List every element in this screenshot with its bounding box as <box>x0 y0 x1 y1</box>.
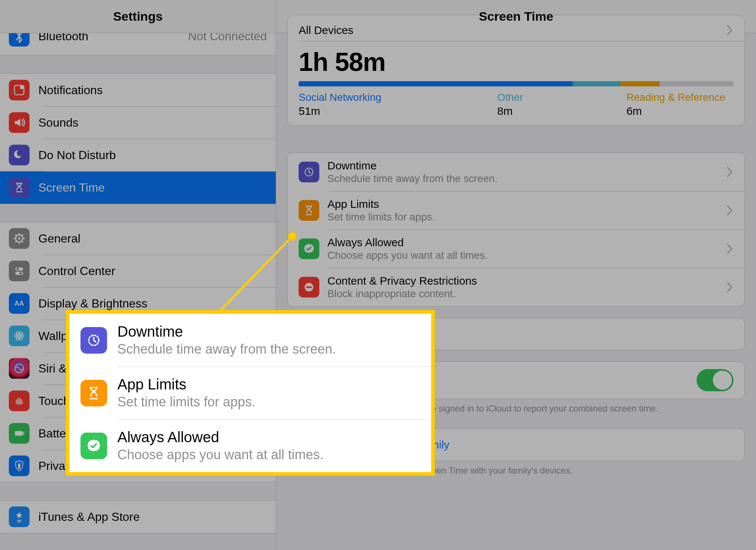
sidebar-label: Display & Brightness <box>38 297 267 310</box>
svg-line-9 <box>22 241 23 242</box>
svg-line-10 <box>15 241 16 242</box>
sidebar-item-notifications[interactable]: Notifications <box>0 74 276 106</box>
svg-rect-24 <box>18 464 20 469</box>
svg-point-13 <box>17 268 19 270</box>
callout-row: DowntimeSchedule time away from the scre… <box>69 314 431 367</box>
svg-point-1 <box>20 85 24 89</box>
dnd-icon <box>9 145 30 165</box>
callout-anchor-dot <box>288 232 297 241</box>
callout-desc: Choose apps you want at all times. <box>117 447 323 463</box>
usage-seg <box>573 81 621 86</box>
option-content[interactable]: Content & Privacy RestrictionsBlock inap… <box>288 268 745 306</box>
usage-cat-value: 6m <box>626 105 733 117</box>
option-title: Always Allowed <box>327 236 726 249</box>
sidebar-label: Bluetooth <box>38 33 184 43</box>
callout-popup: DowntimeSchedule time away from the scre… <box>66 310 435 476</box>
notifications-icon <box>9 80 30 100</box>
downtime-icon <box>80 327 107 354</box>
svg-rect-29 <box>306 286 312 288</box>
option-desc: Set time limits for apps. <box>327 211 726 223</box>
controlcenter-icon <box>9 261 30 281</box>
svg-rect-23 <box>23 432 24 434</box>
battery-icon <box>9 423 30 444</box>
sidebar-header: Settings <box>0 0 276 33</box>
svg-rect-22 <box>15 431 23 436</box>
svg-text:AA: AA <box>14 300 24 307</box>
bluetooth-icon <box>9 33 30 47</box>
check-seal-icon <box>299 238 319 259</box>
sidebar-item-dnd[interactable]: Do Not Disturb <box>0 139 276 171</box>
sidebar-label: Sounds <box>38 116 267 130</box>
sidebar-label: Control Center <box>38 264 267 278</box>
option-desc: Block inappropriate content. <box>327 288 726 300</box>
hourglass-icon <box>80 380 107 406</box>
svg-point-17 <box>18 335 20 337</box>
option-title: Content & Privacy Restrictions <box>327 275 726 287</box>
usage-bar <box>299 81 733 86</box>
total-time: 1h 58m <box>288 41 745 81</box>
sidebar-item-itunes[interactable]: iTunes & App Store <box>0 501 276 533</box>
touchid-icon <box>9 391 30 411</box>
usage-cat-name: Reading & Reference <box>626 92 733 103</box>
sidebar-item-general[interactable]: General <box>0 222 276 255</box>
callout-title: Always Allowed <box>117 429 323 446</box>
callout-row: Always AllowedChoose apps you want at al… <box>69 419 431 472</box>
devices-label: All Devices <box>299 24 353 37</box>
detail-title: Screen Time <box>479 9 553 24</box>
option-downtime[interactable]: DowntimeSchedule time away from the scre… <box>288 153 745 191</box>
sidebar-label: Do Not Disturb <box>38 148 267 162</box>
sidebar-label: Screen Time <box>38 181 267 195</box>
itunes-icon <box>9 506 30 527</box>
share-toggle[interactable] <box>697 369 733 391</box>
sounds-icon <box>9 112 30 133</box>
privacy-icon <box>9 456 30 476</box>
general-icon <box>9 228 30 249</box>
usage-cat-name: Other <box>497 92 626 103</box>
usage-card[interactable]: All Devices 1h 58m Social Networking51mO… <box>287 15 745 126</box>
chevron-right-icon <box>726 205 733 216</box>
option-desc: Schedule time away from the screen. <box>327 173 726 185</box>
svg-point-3 <box>18 237 20 240</box>
usage-seg <box>299 81 573 86</box>
option-title: App Limits <box>327 198 726 210</box>
sidebar-label: iTunes & App Store <box>38 510 267 524</box>
usage-legend: Social Networking51mOther8mReading & Ref… <box>288 92 745 126</box>
svg-line-11 <box>22 234 23 236</box>
sidebar-label: Notifications <box>38 83 267 97</box>
sidebar-item-screentime[interactable]: Screen Time <box>0 171 276 204</box>
chevron-right-icon <box>726 166 733 178</box>
sidebar-item-bluetooth[interactable]: Bluetooth Not Connected <box>0 33 276 55</box>
usage-cat-value: 8m <box>497 105 626 117</box>
callout-title: Downtime <box>117 323 336 340</box>
display-icon: AA <box>9 293 30 314</box>
option-always[interactable]: Always AllowedChoose apps you want at al… <box>288 230 745 268</box>
screentime-options: DowntimeSchedule time away from the scre… <box>287 152 745 307</box>
usage-seg <box>621 81 660 86</box>
chevron-right-icon <box>726 282 733 293</box>
option-desc: Choose apps you want at all times. <box>327 250 726 261</box>
siri-icon <box>9 358 30 379</box>
sidebar-item-controlcenter[interactable]: Control Center <box>0 255 276 287</box>
stop-icon <box>299 277 319 298</box>
sidebar-trail: Not Connected <box>188 33 267 43</box>
option-title: Downtime <box>327 159 726 172</box>
callout-desc: Set time limits for apps. <box>117 394 255 410</box>
chevron-right-icon <box>726 25 733 36</box>
svg-line-8 <box>15 234 16 236</box>
usage-cat-name: Social Networking <box>299 92 497 103</box>
callout-desc: Schedule time away from the screen. <box>117 341 336 357</box>
hourglass-icon <box>299 200 319 221</box>
callout-row: App LimitsSet time limits for apps. <box>69 367 431 419</box>
sidebar-label: General <box>38 232 267 245</box>
usage-cat-value: 51m <box>299 105 497 117</box>
sidebar-title: Settings <box>113 9 162 24</box>
svg-point-15 <box>20 272 22 274</box>
screentime-icon <box>9 177 30 198</box>
option-applimits[interactable]: App LimitsSet time limits for apps. <box>288 191 745 230</box>
wallpaper-icon <box>9 326 30 346</box>
callout-title: App Limits <box>117 376 255 393</box>
downtime-icon <box>299 162 319 182</box>
check-seal-icon <box>80 433 107 459</box>
chevron-right-icon <box>726 243 733 254</box>
sidebar-item-sounds[interactable]: Sounds <box>0 106 276 139</box>
